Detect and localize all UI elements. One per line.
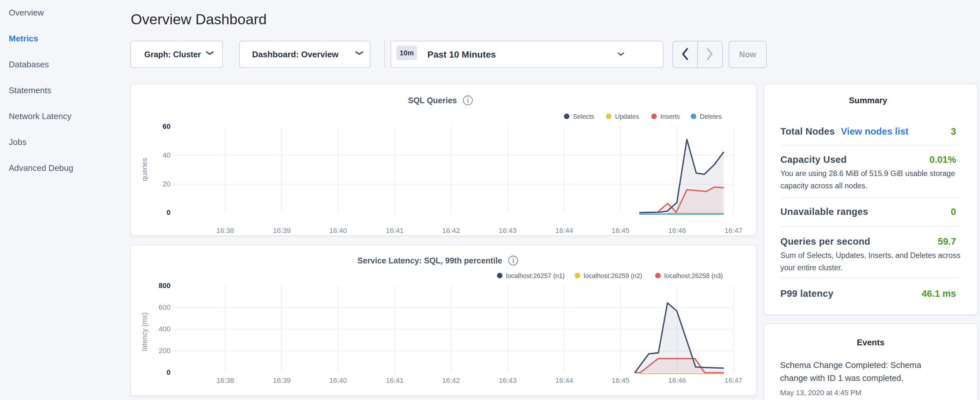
svg-text:20: 20 (163, 180, 170, 188)
svg-text:16:42: 16:42 (442, 226, 460, 234)
svg-text:16:38: 16:38 (216, 376, 234, 384)
svg-text:16:43: 16:43 (499, 376, 516, 384)
svg-text:16:38: 16:38 (216, 226, 234, 234)
svg-text:40: 40 (163, 151, 170, 159)
svg-text:16:44: 16:44 (555, 226, 573, 234)
svg-text:16:42: 16:42 (442, 376, 460, 384)
svg-text:800: 800 (159, 282, 170, 290)
svg-text:16:41: 16:41 (386, 226, 404, 234)
svg-text:0: 0 (167, 368, 170, 376)
svg-text:16:47: 16:47 (724, 376, 742, 384)
svg-text:16:39: 16:39 (273, 376, 291, 384)
svg-text:16:47: 16:47 (724, 226, 742, 234)
svg-text:latency (ms): latency (ms) (140, 312, 148, 351)
svg-text:16:45: 16:45 (611, 376, 629, 384)
svg-text:0: 0 (167, 209, 170, 217)
svg-text:16:45: 16:45 (611, 226, 629, 234)
svg-text:16:41: 16:41 (386, 376, 404, 384)
svg-text:16:40: 16:40 (329, 226, 347, 234)
svg-text:16:40: 16:40 (329, 376, 347, 384)
svg-text:16:43: 16:43 (499, 226, 516, 234)
svg-text:16:46: 16:46 (668, 226, 686, 234)
svg-text:200: 200 (159, 347, 170, 355)
svg-text:queries: queries (140, 158, 148, 181)
svg-text:16:46: 16:46 (668, 376, 686, 384)
svg-text:60: 60 (163, 122, 170, 131)
svg-text:16:44: 16:44 (555, 376, 573, 384)
svg-text:400: 400 (159, 325, 170, 333)
svg-text:16:39: 16:39 (273, 226, 291, 234)
svg-text:600: 600 (159, 303, 170, 311)
